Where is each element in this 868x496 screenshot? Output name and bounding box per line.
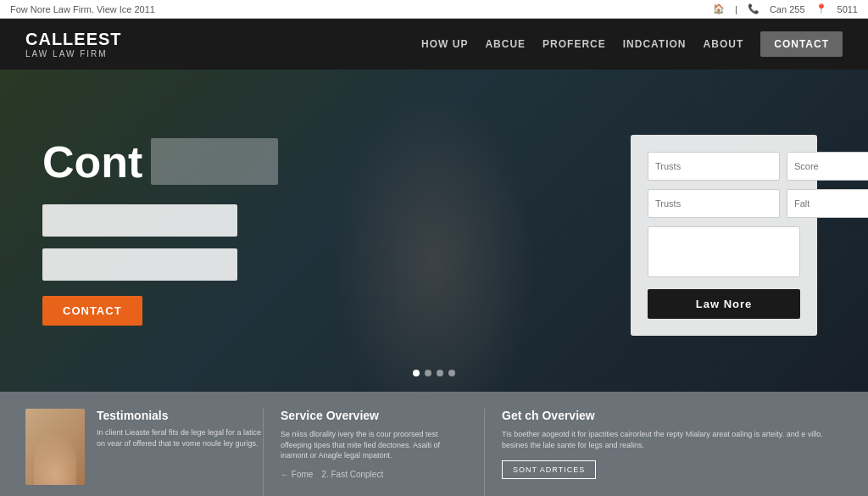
- hero-title-box: [151, 138, 278, 185]
- form-row-2: [648, 189, 800, 218]
- nav-menu: HOW UP ABCUE PROFERCE INDCATION ABOUT CO…: [421, 31, 843, 57]
- get-button[interactable]: SONT ADRTICES: [502, 460, 596, 479]
- form-field-trusts[interactable]: [648, 152, 780, 181]
- service-next[interactable]: 2. Fast Conplect: [321, 470, 383, 479]
- location-icon: 📍: [815, 3, 827, 14]
- nav-item-about[interactable]: ABOUT: [704, 38, 744, 50]
- top-bar-firm-name: Fow Nore Law Firm. View Ice 2011: [10, 4, 155, 14]
- form-field-falt[interactable]: [787, 189, 868, 218]
- hero-input-field-2[interactable]: [42, 248, 237, 281]
- hero-title-text: Cont: [42, 137, 142, 187]
- nav-item-indcation[interactable]: INDCATION: [623, 38, 687, 50]
- home-icon[interactable]: 🏠: [713, 3, 725, 14]
- service-overview-card: Service Overview Se niiss dlorality iver…: [264, 392, 484, 496]
- form-field-trusts2[interactable]: [648, 189, 780, 218]
- brand: CALLEEST LAW LAW FIRM: [25, 30, 122, 59]
- phone-separator: |: [735, 4, 737, 14]
- brand-name: CALLEEST: [25, 30, 122, 49]
- testimonials-title: Testimonials: [97, 409, 263, 422]
- testimonial-photo: [25, 409, 85, 485]
- form-textarea[interactable]: [648, 226, 800, 277]
- testimonials-card: Testimonials In client Lieaste feral fit…: [25, 392, 263, 496]
- testimonials-body: In client Lieaste feral fits de lege leg…: [97, 427, 263, 449]
- hero-cta-button[interactable]: CONTACT: [42, 296, 142, 326]
- location-number: 5011: [837, 4, 858, 14]
- service-prev[interactable]: ← Fome: [281, 470, 313, 479]
- service-body: Se niiss dlorality ivery the is cour pro…: [281, 429, 467, 461]
- nav-item-abcue[interactable]: ABCUE: [485, 38, 526, 50]
- get-body: Tis boether aogeotd it for ipactities ca…: [502, 429, 826, 450]
- hero-title: Cont: [42, 137, 588, 187]
- phone-number: Can 255: [770, 4, 805, 14]
- hero-slider-dots: [413, 370, 455, 376]
- top-bar-right: 🏠 | 📞 Can 255 📍 5011: [713, 3, 858, 14]
- service-pagination: ← Fome 2. Fast Conplect: [281, 470, 467, 479]
- dot-1[interactable]: [413, 370, 420, 376]
- dot-3[interactable]: [437, 370, 443, 376]
- form-submit-button[interactable]: Law Nore: [648, 289, 800, 319]
- nav-item-howup[interactable]: HOW UP: [421, 38, 468, 50]
- get-title: Get ch Overview: [502, 409, 826, 422]
- hero-form-wrapper: Law Nore: [631, 135, 817, 336]
- hero-input-field-1[interactable]: [42, 204, 237, 237]
- contact-form: Law Nore: [631, 135, 817, 336]
- top-bar: Fow Nore Law Firm. View Ice 2011 🏠 | 📞 C…: [0, 0, 868, 19]
- dot-4[interactable]: [448, 370, 455, 376]
- phone-icon: 📞: [748, 3, 760, 14]
- form-field-score[interactable]: [787, 152, 868, 181]
- nav-item-contact[interactable]: CONTACT: [760, 31, 843, 57]
- testimonial-text: Testimonials In client Lieaste feral fit…: [97, 409, 263, 449]
- form-row-1: [648, 152, 800, 181]
- brand-sub: LAW LAW FIRM: [25, 49, 122, 59]
- service-title: Service Overview: [281, 409, 467, 422]
- bottom-section: Testimonials In client Lieaste feral fit…: [0, 392, 868, 496]
- hero-section: Cont CONTACT Law Nore: [0, 70, 868, 392]
- nav-item-proferce[interactable]: PROFERCE: [542, 38, 606, 50]
- hero-left-content: Cont CONTACT: [0, 137, 631, 326]
- top-bar-left: Fow Nore Law Firm. View Ice 2011: [10, 4, 155, 14]
- get-overview-card: Get ch Overview Tis boether aogeotd it f…: [485, 392, 843, 496]
- navbar: CALLEEST LAW LAW FIRM HOW UP ABCUE PROFE…: [0, 19, 868, 70]
- dot-2[interactable]: [425, 370, 431, 376]
